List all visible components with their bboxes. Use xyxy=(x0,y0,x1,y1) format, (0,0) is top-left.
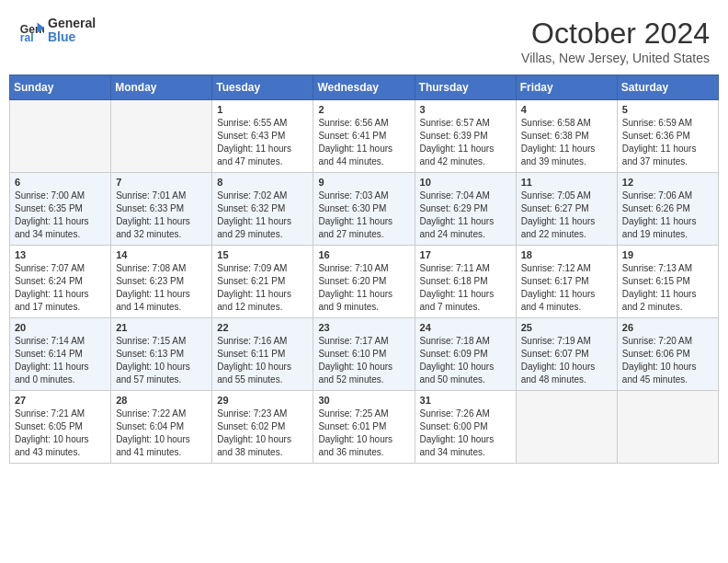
month-title: October 2024 xyxy=(521,17,710,51)
day-number: 13 xyxy=(15,249,106,260)
calendar-cell: 21Sunrise: 7:15 AM Sunset: 6:13 PM Dayli… xyxy=(111,318,212,391)
day-info: Sunrise: 7:01 AM Sunset: 6:33 PM Dayligh… xyxy=(116,190,207,241)
week-row-4: 20Sunrise: 7:14 AM Sunset: 6:14 PM Dayli… xyxy=(10,318,719,391)
svg-text:ral: ral xyxy=(20,32,34,44)
day-info: Sunrise: 7:04 AM Sunset: 6:29 PM Dayligh… xyxy=(420,190,511,241)
calendar-cell: 13Sunrise: 7:07 AM Sunset: 6:24 PM Dayli… xyxy=(10,246,111,318)
day-number: 1 xyxy=(217,104,308,115)
day-info: Sunrise: 7:00 AM Sunset: 6:35 PM Dayligh… xyxy=(15,190,106,241)
day-number: 11 xyxy=(521,177,612,188)
logo-line2: Blue xyxy=(48,30,96,44)
logo-text: General Blue xyxy=(48,17,96,45)
day-number: 17 xyxy=(420,249,511,260)
day-number: 23 xyxy=(318,322,409,333)
day-info: Sunrise: 7:14 AM Sunset: 6:14 PM Dayligh… xyxy=(15,335,106,386)
calendar-cell: 3Sunrise: 6:57 AM Sunset: 6:39 PM Daylig… xyxy=(415,100,516,173)
day-number: 25 xyxy=(521,322,612,333)
day-info: Sunrise: 7:16 AM Sunset: 6:11 PM Dayligh… xyxy=(217,335,308,386)
weekday-thursday: Thursday xyxy=(415,75,516,100)
weekday-header-row: SundayMondayTuesdayWednesdayThursdayFrid… xyxy=(10,75,719,100)
calendar-cell xyxy=(111,100,212,173)
calendar-cell: 12Sunrise: 7:06 AM Sunset: 6:26 PM Dayli… xyxy=(617,173,718,246)
calendar-cell: 14Sunrise: 7:08 AM Sunset: 6:23 PM Dayli… xyxy=(111,246,212,318)
day-number: 26 xyxy=(622,322,713,333)
day-number: 3 xyxy=(420,104,511,115)
calendar-cell: 26Sunrise: 7:20 AM Sunset: 6:06 PM Dayli… xyxy=(617,318,718,391)
day-number: 30 xyxy=(318,395,409,406)
weekday-tuesday: Tuesday xyxy=(212,75,313,100)
calendar-cell: 20Sunrise: 7:14 AM Sunset: 6:14 PM Dayli… xyxy=(10,318,111,391)
day-number: 19 xyxy=(622,249,713,260)
day-number: 14 xyxy=(116,249,207,260)
day-info: Sunrise: 7:11 AM Sunset: 6:18 PM Dayligh… xyxy=(420,262,511,314)
calendar-cell: 4Sunrise: 6:58 AM Sunset: 6:38 PM Daylig… xyxy=(516,100,617,173)
day-info: Sunrise: 7:05 AM Sunset: 6:27 PM Dayligh… xyxy=(521,190,612,241)
logo: Gene ral General Blue xyxy=(18,17,96,45)
title-area: October 2024 Villas, New Jersey, United … xyxy=(521,17,710,65)
weekday-sunday: Sunday xyxy=(10,75,111,100)
day-info: Sunrise: 6:55 AM Sunset: 6:43 PM Dayligh… xyxy=(217,117,308,168)
calendar-cell: 11Sunrise: 7:05 AM Sunset: 6:27 PM Dayli… xyxy=(516,173,617,246)
calendar-cell: 17Sunrise: 7:11 AM Sunset: 6:18 PM Dayli… xyxy=(415,246,516,318)
calendar-cell: 30Sunrise: 7:25 AM Sunset: 6:01 PM Dayli… xyxy=(313,391,415,464)
day-number: 7 xyxy=(116,177,207,188)
calendar-cell: 1Sunrise: 6:55 AM Sunset: 6:43 PM Daylig… xyxy=(212,100,313,173)
day-info: Sunrise: 6:57 AM Sunset: 6:39 PM Dayligh… xyxy=(420,117,511,168)
week-row-3: 13Sunrise: 7:07 AM Sunset: 6:24 PM Dayli… xyxy=(10,246,719,318)
calendar-cell: 9Sunrise: 7:03 AM Sunset: 6:30 PM Daylig… xyxy=(313,173,415,246)
week-row-5: 27Sunrise: 7:21 AM Sunset: 6:05 PM Dayli… xyxy=(10,391,719,464)
day-number: 31 xyxy=(420,395,511,406)
weekday-wednesday: Wednesday xyxy=(313,75,415,100)
day-number: 4 xyxy=(521,104,612,115)
day-info: Sunrise: 7:12 AM Sunset: 6:17 PM Dayligh… xyxy=(521,262,612,314)
day-info: Sunrise: 7:17 AM Sunset: 6:10 PM Dayligh… xyxy=(318,335,409,386)
day-info: Sunrise: 7:26 AM Sunset: 6:00 PM Dayligh… xyxy=(420,408,511,459)
day-info: Sunrise: 7:22 AM Sunset: 6:04 PM Dayligh… xyxy=(116,408,207,459)
day-number: 8 xyxy=(217,177,308,188)
calendar-cell: 2Sunrise: 6:56 AM Sunset: 6:41 PM Daylig… xyxy=(313,100,415,173)
day-number: 20 xyxy=(15,322,106,333)
day-number: 10 xyxy=(420,177,511,188)
day-info: Sunrise: 7:06 AM Sunset: 6:26 PM Dayligh… xyxy=(622,190,713,241)
calendar-cell: 16Sunrise: 7:10 AM Sunset: 6:20 PM Dayli… xyxy=(313,246,415,318)
calendar-cell: 18Sunrise: 7:12 AM Sunset: 6:17 PM Dayli… xyxy=(516,246,617,318)
calendar-cell xyxy=(617,391,718,464)
day-number: 6 xyxy=(15,177,106,188)
day-number: 15 xyxy=(217,249,308,260)
calendar-cell: 15Sunrise: 7:09 AM Sunset: 6:21 PM Dayli… xyxy=(212,246,313,318)
weekday-saturday: Saturday xyxy=(617,75,718,100)
day-number: 24 xyxy=(420,322,511,333)
day-info: Sunrise: 7:21 AM Sunset: 6:05 PM Dayligh… xyxy=(15,408,106,459)
calendar-cell: 28Sunrise: 7:22 AM Sunset: 6:04 PM Dayli… xyxy=(111,391,212,464)
day-info: Sunrise: 7:03 AM Sunset: 6:30 PM Dayligh… xyxy=(318,190,409,241)
calendar-cell: 27Sunrise: 7:21 AM Sunset: 6:05 PM Dayli… xyxy=(10,391,111,464)
calendar: SundayMondayTuesdayWednesdayThursdayFrid… xyxy=(9,75,719,464)
day-info: Sunrise: 6:56 AM Sunset: 6:41 PM Dayligh… xyxy=(318,117,409,168)
day-info: Sunrise: 7:13 AM Sunset: 6:15 PM Dayligh… xyxy=(622,262,713,314)
calendar-cell: 29Sunrise: 7:23 AM Sunset: 6:02 PM Dayli… xyxy=(212,391,313,464)
day-number: 12 xyxy=(622,177,713,188)
day-info: Sunrise: 7:08 AM Sunset: 6:23 PM Dayligh… xyxy=(116,262,207,314)
day-info: Sunrise: 7:20 AM Sunset: 6:06 PM Dayligh… xyxy=(622,335,713,386)
calendar-cell: 23Sunrise: 7:17 AM Sunset: 6:10 PM Dayli… xyxy=(313,318,415,391)
day-info: Sunrise: 7:02 AM Sunset: 6:32 PM Dayligh… xyxy=(217,190,308,241)
calendar-cell: 10Sunrise: 7:04 AM Sunset: 6:29 PM Dayli… xyxy=(415,173,516,246)
day-number: 9 xyxy=(318,177,409,188)
calendar-cell: 7Sunrise: 7:01 AM Sunset: 6:33 PM Daylig… xyxy=(111,173,212,246)
calendar-cell: 22Sunrise: 7:16 AM Sunset: 6:11 PM Dayli… xyxy=(212,318,313,391)
logo-line1: General xyxy=(48,17,96,30)
day-number: 16 xyxy=(318,249,409,260)
day-number: 29 xyxy=(217,395,308,406)
day-info: Sunrise: 6:58 AM Sunset: 6:38 PM Dayligh… xyxy=(521,117,612,168)
day-number: 22 xyxy=(217,322,308,333)
day-info: Sunrise: 6:59 AM Sunset: 6:36 PM Dayligh… xyxy=(622,117,713,168)
day-info: Sunrise: 7:10 AM Sunset: 6:20 PM Dayligh… xyxy=(318,262,409,314)
logo-icon: Gene ral xyxy=(18,17,44,43)
weekday-friday: Friday xyxy=(516,75,617,100)
calendar-cell xyxy=(10,100,111,173)
calendar-cell: 6Sunrise: 7:00 AM Sunset: 6:35 PM Daylig… xyxy=(10,173,111,246)
day-info: Sunrise: 7:19 AM Sunset: 6:07 PM Dayligh… xyxy=(521,335,612,386)
day-info: Sunrise: 7:25 AM Sunset: 6:01 PM Dayligh… xyxy=(318,408,409,459)
day-number: 28 xyxy=(116,395,207,406)
header: Gene ral General Blue October 2024 Villa… xyxy=(9,9,719,71)
